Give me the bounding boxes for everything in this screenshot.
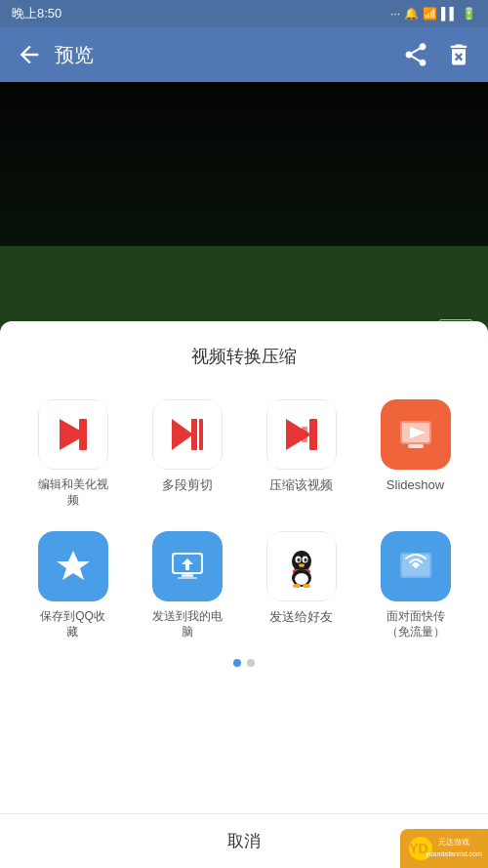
compress-icon — [266, 399, 337, 470]
app-bar-actions — [402, 41, 472, 68]
face-transfer-icon — [381, 531, 451, 601]
save-qq-icon — [38, 531, 108, 601]
battery-icon: 🔋 — [462, 7, 476, 21]
face-transfer-label: 面对面快传（免流量） — [386, 609, 445, 640]
svg-rect-12 — [408, 444, 424, 448]
send-friend-label: 发送给好友 — [269, 609, 333, 626]
svg-point-19 — [292, 551, 311, 572]
send-friend-icon-wrapper — [266, 531, 337, 601]
logo-graphic: YD 元达游戏 yuandafanmd.com — [405, 833, 483, 864]
svg-text:yuandafanmd.com: yuandafanmd.com — [426, 850, 482, 858]
svg-rect-7 — [309, 419, 317, 450]
svg-point-27 — [295, 573, 308, 585]
multi-cut-label: 多段剪切 — [162, 477, 213, 494]
app-item-slideshow[interactable]: Slideshow — [358, 392, 472, 523]
sheet-title: 视频转换压缩 — [191, 345, 297, 368]
save-qq-label: 保存到QQ收藏 — [40, 609, 105, 640]
app-item-multi-cut[interactable]: 多段剪切 — [130, 392, 244, 523]
notification-icon: ··· — [390, 7, 400, 21]
svg-text:元达游戏: 元达游戏 — [438, 838, 469, 847]
app-item-send-friend[interactable]: 发送给好友 — [244, 523, 358, 655]
edit-beautify-icon — [38, 399, 108, 470]
page-title: 预览 — [55, 42, 94, 68]
svg-rect-2 — [79, 419, 87, 450]
app-bar: 预览 — [0, 27, 488, 82]
wifi-icon: 📶 — [423, 7, 437, 21]
app-grid: 编辑和美化视频 多段剪切 — [0, 392, 488, 655]
video-player[interactable]: 腾讯视频 高清 — [0, 82, 488, 355]
bottom-logo: YD 元达游戏 yuandafanmd.com — [400, 829, 488, 868]
status-icons: ··· 🔔 📶 ▌▌ 🔋 — [390, 7, 476, 21]
save-qq-icon-wrapper — [38, 531, 108, 601]
pagination — [233, 659, 255, 667]
svg-point-22 — [297, 558, 300, 562]
slideshow-icon — [381, 399, 451, 470]
compress-icon-wrapper — [266, 399, 337, 470]
svg-rect-16 — [182, 574, 193, 577]
face-transfer-icon-wrapper — [381, 531, 451, 601]
app-item-send-pc[interactable]: 发送到我的电脑 — [130, 523, 244, 655]
multi-cut-icon — [152, 399, 223, 470]
svg-marker-3 — [172, 419, 193, 450]
video-thumbnail: 腾讯视频 高清 — [0, 82, 488, 355]
app-item-edit-beautify[interactable]: 编辑和美化视频 — [16, 392, 130, 523]
svg-rect-8 — [302, 427, 307, 442]
video-dark-overlay — [0, 82, 488, 246]
delete-button[interactable] — [445, 41, 472, 68]
svg-rect-5 — [199, 419, 203, 450]
pagination-dot-2 — [247, 659, 255, 667]
slideshow-label: Slideshow — [386, 477, 444, 494]
edit-beautify-icon-wrapper — [38, 399, 108, 470]
send-pc-icon-wrapper — [152, 531, 223, 601]
svg-point-24 — [299, 563, 305, 567]
svg-point-28 — [293, 584, 301, 588]
app-item-face-transfer[interactable]: 面对面快传（免流量） — [358, 523, 472, 655]
back-button[interactable] — [16, 41, 43, 68]
svg-point-23 — [304, 558, 306, 562]
svg-rect-4 — [191, 419, 197, 450]
app-item-save-qq[interactable]: 保存到QQ收藏 — [16, 523, 130, 655]
svg-marker-13 — [57, 551, 90, 580]
svg-point-29 — [303, 584, 310, 588]
edit-beautify-label: 编辑和美化视频 — [38, 477, 108, 508]
cancel-label: 取消 — [227, 830, 261, 852]
svg-rect-17 — [178, 577, 197, 579]
share-button[interactable] — [402, 41, 429, 68]
svg-marker-6 — [286, 419, 311, 450]
status-time: 晚上8:50 — [12, 5, 61, 22]
app-item-compress[interactable]: 压缩该视频 — [244, 392, 358, 523]
bottom-sheet: 视频转换压缩 编辑和美化视频 — [0, 321, 488, 868]
send-pc-icon — [152, 531, 223, 601]
send-friend-icon — [266, 531, 337, 601]
pagination-dot-1 — [233, 659, 241, 667]
status-bar: 晚上8:50 ··· 🔔 📶 ▌▌ 🔋 — [0, 0, 488, 27]
app-bar-left: 预览 — [16, 41, 94, 68]
silent-icon: 🔔 — [404, 7, 419, 21]
slideshow-icon-wrapper — [381, 399, 451, 470]
multi-cut-icon-wrapper — [152, 399, 223, 470]
signal-icon: ▌▌ — [441, 7, 458, 21]
compress-label: 压缩该视频 — [269, 477, 333, 494]
send-pc-label: 发送到我的电脑 — [152, 609, 223, 640]
